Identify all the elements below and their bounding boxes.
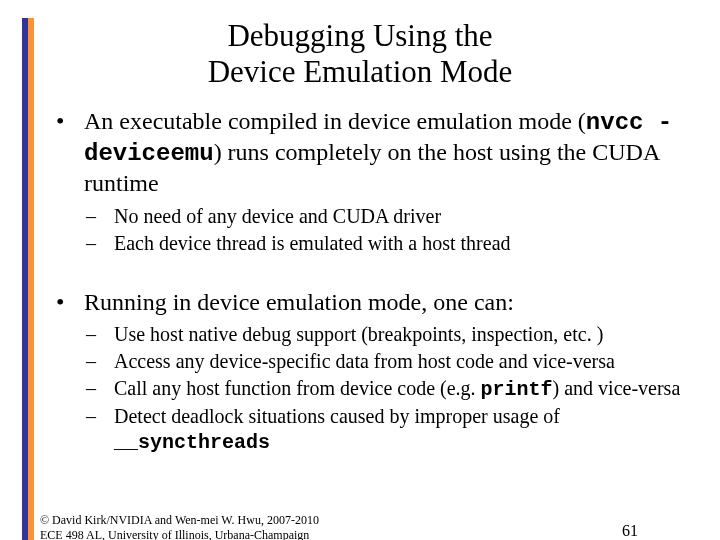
content-area-2: • Running in device emulation mode, one … xyxy=(56,288,700,317)
bullet-dot: • xyxy=(56,107,84,197)
spacer xyxy=(0,276,720,288)
sub1-b: – Each device thread is emulated with a … xyxy=(86,231,700,256)
dash-icon: – xyxy=(86,322,114,347)
dash-icon: – xyxy=(86,349,114,374)
sub2-c-pre: Call any host function from device code … xyxy=(114,377,481,399)
sub2-d-pre: Detect deadlock situations caused by imp… xyxy=(114,405,560,427)
sublist-2: – Use host native debug support (breakpo… xyxy=(86,322,700,455)
title-line-1: Debugging Using the xyxy=(227,18,492,53)
bullet-1-text: An executable compiled in device emulati… xyxy=(84,107,700,197)
bullet-2: • Running in device emulation mode, one … xyxy=(56,288,700,317)
sub2-c: – Call any host function from device cod… xyxy=(86,376,700,402)
dash-icon: – xyxy=(86,204,114,229)
footer-line-2: ECE 498 AL, University of Illinois, Urba… xyxy=(40,528,309,540)
left-accent-bars xyxy=(22,18,34,540)
sub2-d: – Detect deadlock situations caused by i… xyxy=(86,404,700,455)
page-number: 61 xyxy=(622,522,638,540)
title-line-2: Device Emulation Mode xyxy=(208,54,513,89)
sub2-c-text: Call any host function from device code … xyxy=(114,376,700,402)
sub1-b-text: Each device thread is emulated with a ho… xyxy=(114,231,700,256)
bullet-1: • An executable compiled in device emula… xyxy=(56,107,700,197)
para1-pre: An executable compiled in device emulati… xyxy=(84,108,586,134)
slide: Debugging Using the Device Emulation Mod… xyxy=(0,18,720,540)
sublist-1: – No need of any device and CUDA driver … xyxy=(86,204,700,256)
sub2-a-text: Use host native debug support (breakpoin… xyxy=(114,322,700,347)
dash-icon: – xyxy=(86,376,114,402)
footer-line-1: © David Kirk/NVIDIA and Wen-mei W. Hwu, … xyxy=(40,513,319,527)
sub1-a: – No need of any device and CUDA driver xyxy=(86,204,700,229)
bullet-dot: • xyxy=(56,288,84,317)
sub2-c-post: ) and vice-versa xyxy=(553,377,681,399)
sub2-d-text: Detect deadlock situations caused by imp… xyxy=(114,404,700,455)
footer-copyright: © David Kirk/NVIDIA and Wen-mei W. Hwu, … xyxy=(40,513,319,540)
dash-icon: – xyxy=(86,231,114,256)
slide-title: Debugging Using the Device Emulation Mod… xyxy=(0,18,720,89)
sub2-c-code: printf xyxy=(481,378,553,401)
sub2-b: – Access any device-specific data from h… xyxy=(86,349,700,374)
sub2-b-text: Access any device-specific data from hos… xyxy=(114,349,700,374)
sub2-d-code: __syncthreads xyxy=(114,431,270,454)
dash-icon: – xyxy=(86,404,114,455)
sub2-a: – Use host native debug support (breakpo… xyxy=(86,322,700,347)
sub1-a-text: No need of any device and CUDA driver xyxy=(114,204,700,229)
bullet-2-text: Running in device emulation mode, one ca… xyxy=(84,288,700,317)
accent-bar-orange xyxy=(28,18,34,540)
content-area: • An executable compiled in device emula… xyxy=(56,107,700,197)
